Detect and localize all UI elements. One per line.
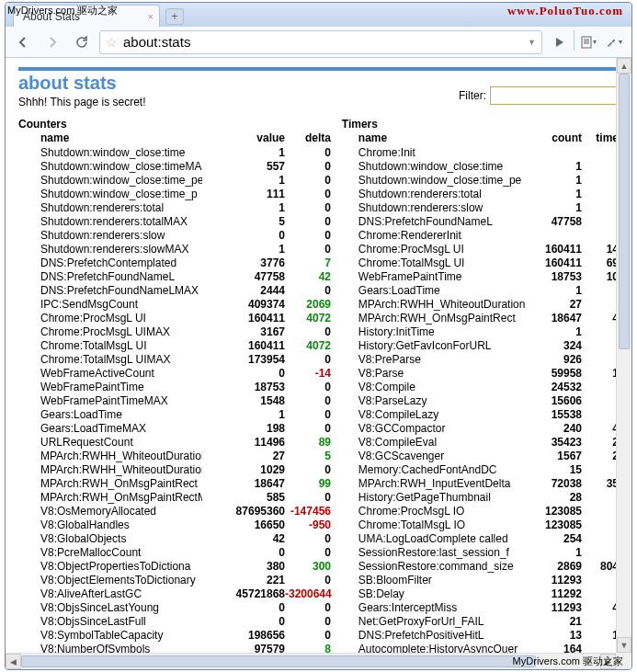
vertical-scrollbar[interactable]: ▲ ▼	[616, 58, 631, 653]
timer-name: V8:Compile	[342, 381, 527, 394]
scroll-left-icon[interactable]: ◀	[6, 654, 21, 669]
timer-name: MPArch:RWHH_WhiteoutDuration	[342, 298, 527, 312]
scroll-thumb[interactable]	[21, 655, 536, 667]
page-content: about stats Shhh! This page is secret! F…	[6, 58, 631, 653]
table-row: V8:PcreMallocCount00	[18, 546, 342, 560]
counter-delta: 4072	[285, 339, 331, 353]
timer-time: 804	[582, 560, 619, 574]
timer-name: Chrome:ProcMsgL IO	[342, 505, 527, 518]
back-button[interactable]	[11, 30, 35, 54]
counter-delta: 0	[285, 146, 331, 160]
page-title: about stats	[18, 73, 146, 94]
counter-delta: 0	[285, 463, 331, 477]
table-row: Gears:LoadTimeMAX1980	[18, 422, 342, 436]
counter-value: 42	[202, 532, 285, 546]
table-row: Shutdown:window_close:time_p1110	[18, 188, 342, 201]
timer-name: SB:BloomFilter	[342, 574, 527, 587]
chevron-down-icon[interactable]: ▼	[528, 38, 536, 47]
timer-count: 240	[527, 422, 582, 436]
counter-delta: 0	[285, 215, 331, 229]
counter-delta: 0	[285, 546, 331, 560]
table-row: DNS:PrefetchFoundNameL47758	[342, 215, 619, 229]
timer-time	[582, 491, 619, 505]
counter-name: Chrome:TotalMsgL UIMAX	[18, 353, 202, 367]
counter-name: V8:ObjsSinceLastYoung	[18, 601, 202, 615]
counter-delta: 4072	[285, 312, 331, 325]
table-row: MPArch:RWHH_WhiteoutDuration10290	[18, 463, 342, 477]
star-icon[interactable]: ☆	[106, 35, 118, 50]
counter-value: 3167	[202, 325, 285, 339]
wrench-menu-button[interactable]: ▾	[602, 30, 626, 54]
counter-delta: 7	[285, 256, 331, 270]
timer-time	[582, 505, 619, 518]
counter-name: Shutdown:renderers:slowMAX	[18, 243, 202, 256]
counter-value: 1029	[202, 463, 285, 477]
url-input[interactable]	[123, 34, 522, 50]
table-row: V8:PreParse926	[342, 353, 619, 367]
counter-value: 27	[202, 450, 285, 463]
counter-delta: 0	[285, 188, 331, 201]
counter-delta: 0	[285, 160, 331, 174]
table-row: V8:GCCompactor2404	[342, 422, 619, 436]
scroll-down-icon[interactable]: ▼	[617, 637, 631, 653]
counter-value: 160411	[202, 339, 285, 353]
table-row: V8:ObjsSinceLastFull00	[18, 615, 342, 629]
table-row: V8:CompileEval354232	[342, 436, 619, 450]
counter-name: V8:NumberOfSymbols	[18, 643, 202, 653]
scroll-up-icon[interactable]: ▲	[617, 58, 631, 74]
timer-time	[582, 146, 619, 160]
timer-name: Autocomplete:HistoryAsyncQuer	[342, 643, 527, 653]
table-row: DNS:PrefetchFoundNameL4775842	[18, 270, 342, 284]
table-row: Chrome:ProcMsgL UI1604114072	[18, 312, 342, 325]
omnibox[interactable]: ☆ ▼	[99, 30, 542, 54]
counters-heading: Counters	[18, 118, 342, 131]
table-row: History:GetFavIconForURL324	[342, 339, 619, 353]
counter-name: V8:ObjectPropertiesToDictiona	[18, 560, 202, 574]
timer-count: 24532	[527, 381, 582, 394]
counter-name: Chrome:TotalMsgL UI	[18, 339, 202, 353]
go-button[interactable]	[548, 30, 572, 54]
table-row: Chrome:TotalMsgL UIMAX1739540	[18, 353, 342, 367]
page-menu-button[interactable]: ▾	[576, 30, 600, 54]
counter-name: Shutdown:window_close:timeMA	[18, 160, 202, 174]
timer-name: Gears:InterceptMiss	[342, 601, 527, 615]
forward-button[interactable]	[40, 30, 64, 54]
counter-value: 221	[202, 574, 285, 587]
counter-value: 18753	[202, 381, 285, 394]
table-row: Autocomplete:HistoryAsyncQuer164	[342, 643, 619, 653]
counter-name: WebFrameActiveCount	[18, 367, 202, 381]
table-row: Chrome:TotalMsgL UI1604114072	[18, 339, 342, 353]
table-row: Shutdown:renderers:total10	[18, 201, 342, 215]
filter-input[interactable]	[490, 86, 619, 105]
table-row: Gears:LoadTime10	[18, 408, 342, 422]
scroll-thumb[interactable]	[619, 74, 630, 349]
table-row: Chrome:ProcMsgL IO123085	[342, 505, 619, 518]
reload-button[interactable]	[70, 30, 94, 54]
browser-window: About Stats × + ☆ ▼ ▾ ▾ about stats Shhh…	[5, 2, 632, 670]
timer-time	[582, 298, 619, 312]
counter-value: 1548	[202, 394, 285, 408]
table-row: Gears:InterceptMiss112934	[342, 601, 619, 615]
counter-name: WebFramePaintTimeMAX	[18, 394, 202, 408]
timer-count	[527, 229, 582, 243]
timer-name: MPArch:RWH_InputEventDelta	[342, 477, 527, 491]
timer-count: 160411	[527, 243, 582, 256]
counter-value: 198	[202, 422, 285, 436]
timer-time	[582, 229, 619, 243]
table-row: History:GetPageThumbnail28	[342, 491, 619, 505]
timer-count: 13	[527, 629, 582, 643]
table-row: Chrome:RendererInit	[342, 229, 619, 243]
counter-delta: -147456	[285, 505, 331, 518]
close-icon[interactable]: ×	[148, 11, 154, 22]
table-row: Chrome:TotalMsgL IO123085	[342, 518, 619, 532]
counter-name: URLRequestCount	[18, 436, 202, 450]
timer-count: 254	[527, 532, 582, 546]
separator	[574, 30, 574, 51]
timer-time	[582, 339, 619, 353]
timer-name: V8:Parse	[342, 367, 527, 381]
counter-delta: -14	[285, 367, 331, 381]
counter-name: Chrome:ProcMsgL UIMAX	[18, 325, 202, 339]
new-tab-button[interactable]: +	[165, 8, 184, 25]
counter-value: 0	[202, 615, 285, 629]
timer-name: SB:Delay	[342, 587, 527, 601]
